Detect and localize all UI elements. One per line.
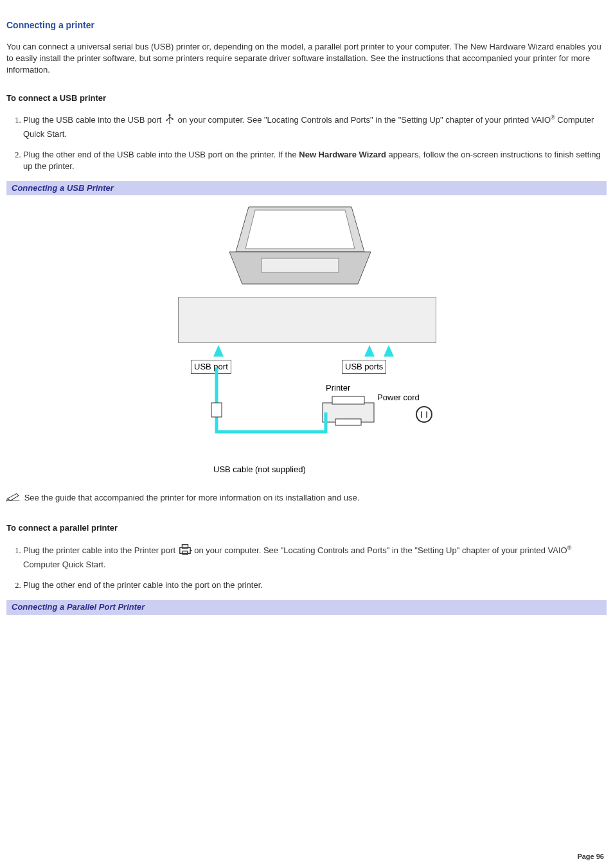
text: on your computer. See "Locating Controls…: [178, 115, 551, 125]
svg-rect-10: [211, 403, 222, 417]
parallel-steps-list: Plug the printer cable into the Printer …: [23, 543, 607, 592]
note-icon: [6, 492, 21, 505]
usb-step-2: Plug the other end of the USB cable into…: [23, 149, 607, 172]
note-text: See the guide that accompanied the print…: [24, 493, 360, 503]
svg-rect-6: [262, 258, 339, 272]
usb-diagram: USB port USB ports Printer Power cord ❙❙…: [178, 200, 435, 477]
note-row: See the guide that accompanied the print…: [6, 492, 607, 505]
label-usb-ports: USB ports: [342, 360, 386, 374]
usb-trident-icon: [164, 113, 175, 128]
parallel-figure-caption: Connecting a Parallel Port Printer: [6, 600, 607, 614]
bold-text: New Hardware Wizard: [299, 150, 386, 159]
side-panel-icon: [178, 297, 436, 343]
text: Plug the printer cable into the Printer …: [23, 545, 178, 555]
cable-icon: [178, 361, 345, 445]
laptop-icon: [229, 200, 371, 290]
usb-step-1: Plug the USB cable into the USB port on …: [23, 113, 607, 139]
svg-marker-4: [245, 210, 355, 249]
text: Plug the USB cable into the USB port: [23, 115, 164, 125]
arrow-icon: [384, 345, 394, 357]
usb-figure-caption: Connecting a USB Printer: [6, 181, 607, 195]
svg-point-1: [166, 120, 167, 121]
svg-rect-13: [182, 551, 187, 554]
registered-mark: ®: [567, 545, 572, 551]
intro-paragraph: You can connect a universal serial bus (…: [6, 41, 607, 76]
text: on your computer. See "Locating Controls…: [194, 545, 567, 555]
outlet-icon: ❙❙: [416, 406, 432, 423]
page-title: Connecting a printer: [6, 19, 607, 32]
arrow-icon: [364, 345, 375, 357]
usb-heading: To connect a USB printer: [6, 93, 607, 104]
text: Plug the other end of the USB cable into…: [23, 150, 299, 159]
svg-rect-2: [172, 119, 173, 120]
parallel-step-1: Plug the printer cable into the Printer …: [23, 543, 607, 571]
printer-port-icon: [178, 543, 192, 559]
label-usb-cable: USB cable (not supplied): [213, 464, 306, 475]
arrow-icon: [213, 345, 224, 357]
parallel-step-2: Plug the other end of the printer cable …: [23, 580, 607, 591]
label-power-cord: Power cord: [377, 392, 420, 403]
text: Computer Quick Start.: [23, 560, 106, 569]
usb-figure: USB port USB ports Printer Power cord ❙❙…: [6, 200, 607, 480]
registered-mark: ®: [551, 114, 555, 121]
usb-steps-list: Plug the USB cable into the USB port on …: [23, 113, 607, 172]
parallel-heading: To connect a parallel printer: [6, 522, 607, 534]
